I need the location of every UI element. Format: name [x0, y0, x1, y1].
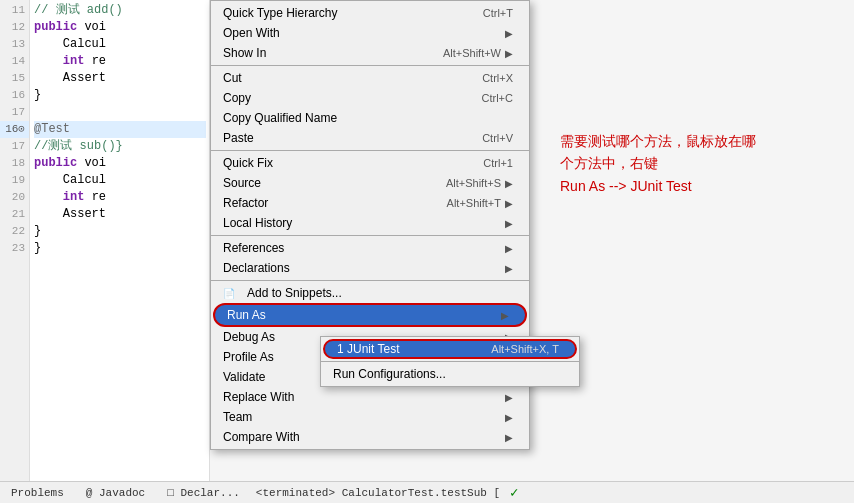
menu-label-cut: Cut [223, 71, 242, 85]
line-num-20: 18 [0, 155, 29, 172]
annotation-text: 需要测试哪个方法，鼠标放在哪 个方法中，右键 Run As --> JUnit … [560, 130, 844, 197]
arrow-compare-with: ▶ [505, 432, 513, 443]
arrow-open-with: ▶ [505, 28, 513, 39]
arrow-references: ▶ [505, 243, 513, 254]
menu-item-open-with[interactable]: Open With ▶ [211, 23, 529, 43]
menu-item-copy[interactable]: Copy Ctrl+C [211, 88, 529, 108]
code-line-16: } [34, 87, 206, 104]
code-line-24: } [34, 223, 206, 240]
menu-shortcut-refactor: Alt+Shift+T [447, 197, 501, 209]
arrow-run-as: ▶ [501, 310, 509, 321]
line-num-19: 17 [0, 138, 29, 155]
menu-label-replace-with: Replace With [223, 390, 294, 404]
arrow-show-in: ▶ [505, 48, 513, 59]
menu-shortcut-quick-fix: Ctrl+1 [483, 157, 513, 169]
menu-label-paste: Paste [223, 131, 254, 145]
annotation-line1: 需要测试哪个方法，鼠标放在哪 [560, 133, 756, 149]
separator-1 [211, 65, 529, 66]
code-editor[interactable]: // 测试 add() public voi Calcul int re Ass… [30, 0, 210, 503]
line-num-14: 14 [0, 53, 29, 70]
menu-label-debug-as: Debug As [223, 330, 275, 344]
line-num-15: 15 [0, 70, 29, 87]
separator-2 [211, 150, 529, 151]
menu-shortcut-copy: Ctrl+C [482, 92, 513, 104]
menu-label-local-history: Local History [223, 216, 292, 230]
separator-3 [211, 235, 529, 236]
annotation-line2: 个方法中，右键 [560, 155, 658, 171]
line-num-24: 22 [0, 223, 29, 240]
menu-label-source: Source [223, 176, 261, 190]
menu-label-references: References [223, 241, 284, 255]
menu-label-validate: Validate [223, 370, 265, 384]
menu-label-team: Team [223, 410, 252, 424]
submenu-item-run-configurations[interactable]: Run Configurations... [321, 364, 579, 384]
menu-item-quick-type-hierarchy[interactable]: Quick Type Hierarchy Ctrl+T [211, 3, 529, 23]
menu-label-show-in: Show In [223, 46, 266, 60]
code-line-11: // 测试 add() [34, 2, 206, 19]
arrow-replace-with: ▶ [505, 392, 513, 403]
menu-item-add-to-snippets[interactable]: 📄 Add to Snippets... [211, 283, 529, 303]
tab-javadoc[interactable]: @ Javadoc [80, 485, 151, 501]
line-num-23: 21 [0, 206, 29, 223]
snippets-icon: 📄 [223, 288, 239, 299]
menu-label-copy: Copy [223, 91, 251, 105]
status-bar: Problems @ Javadoc □ Declar... <terminat… [0, 481, 854, 503]
line-num-21: 19 [0, 172, 29, 189]
arrow-local-history: ▶ [505, 218, 513, 229]
line-num-11: 11 [0, 2, 29, 19]
submenu-shortcut-junit-test: Alt+Shift+X, T [491, 343, 559, 355]
menu-shortcut-source: Alt+Shift+S [446, 177, 501, 189]
menu-item-replace-with[interactable]: Replace With ▶ [211, 387, 529, 407]
tab-problems[interactable]: Problems [5, 485, 70, 501]
code-line-20: public voi [34, 155, 206, 172]
menu-item-source[interactable]: Source Alt+Shift+S ▶ [211, 173, 529, 193]
line-num-13: 13 [0, 36, 29, 53]
line-num-16: 16 [0, 87, 29, 104]
menu-label-declarations: Declarations [223, 261, 290, 275]
menu-label-run-as: Run As [227, 308, 266, 322]
arrow-source: ▶ [505, 178, 513, 189]
menu-label-quick-fix: Quick Fix [223, 156, 273, 170]
menu-item-refactor[interactable]: Refactor Alt+Shift+T ▶ [211, 193, 529, 213]
menu-item-compare-with[interactable]: Compare With ▶ [211, 427, 529, 447]
menu-shortcut-quick-type-hierarchy: Ctrl+T [483, 7, 513, 19]
menu-item-team[interactable]: Team ▶ [211, 407, 529, 427]
menu-item-run-as[interactable]: Run As ▶ [213, 303, 527, 327]
menu-item-copy-qualified-name[interactable]: Copy Qualified Name [211, 108, 529, 128]
menu-item-declarations[interactable]: Declarations ▶ [211, 258, 529, 278]
menu-label-copy-qualified-name: Copy Qualified Name [223, 111, 337, 125]
menu-item-show-in[interactable]: Show In Alt+Shift+W ▶ [211, 43, 529, 63]
menu-shortcut-paste: Ctrl+V [482, 132, 513, 144]
green-check-icon: ✓ [510, 484, 518, 501]
submenu-label-run-configurations: Run Configurations... [333, 367, 446, 381]
arrow-team: ▶ [505, 412, 513, 423]
line-num-25: 23 [0, 240, 29, 257]
menu-label-compare-with: Compare With [223, 430, 300, 444]
menu-item-paste[interactable]: Paste Ctrl+V [211, 128, 529, 148]
annotation-line3: Run As --> JUnit Test [560, 178, 692, 194]
code-line-12: public voi [34, 19, 206, 36]
menu-item-quick-fix[interactable]: Quick Fix Ctrl+1 [211, 153, 529, 173]
code-line-22: int re [34, 189, 206, 206]
code-line-23: Assert [34, 206, 206, 223]
code-line-14: int re [34, 53, 206, 70]
line-num-18: 16⊙ [0, 121, 29, 138]
menu-label-profile-as: Profile As [223, 350, 274, 364]
menu-item-references[interactable]: References ▶ [211, 238, 529, 258]
submenu-separator-1 [321, 361, 579, 362]
tab-declar[interactable]: □ Declar... [161, 485, 246, 501]
code-line-19: //测试 sub()} [34, 138, 206, 155]
menu-item-local-history[interactable]: Local History ▶ [211, 213, 529, 233]
menu-label-refactor: Refactor [223, 196, 268, 210]
separator-4 [211, 280, 529, 281]
menu-label-quick-type-hierarchy: Quick Type Hierarchy [223, 6, 338, 20]
code-line-15: Assert [34, 70, 206, 87]
code-line-21: Calcul [34, 172, 206, 189]
submenu-item-junit-test[interactable]: 1 JUnit Test Alt+Shift+X, T [323, 339, 577, 359]
code-line-25: } [34, 240, 206, 257]
run-as-submenu: 1 JUnit Test Alt+Shift+X, T Run Configur… [320, 336, 580, 387]
line-numbers: 11 12 13 14 15 16 17 16⊙ 17 18 19 20 21 … [0, 0, 30, 503]
menu-item-cut[interactable]: Cut Ctrl+X [211, 68, 529, 88]
code-line-13: Calcul [34, 36, 206, 53]
submenu-label-junit-test: 1 JUnit Test [337, 342, 399, 356]
